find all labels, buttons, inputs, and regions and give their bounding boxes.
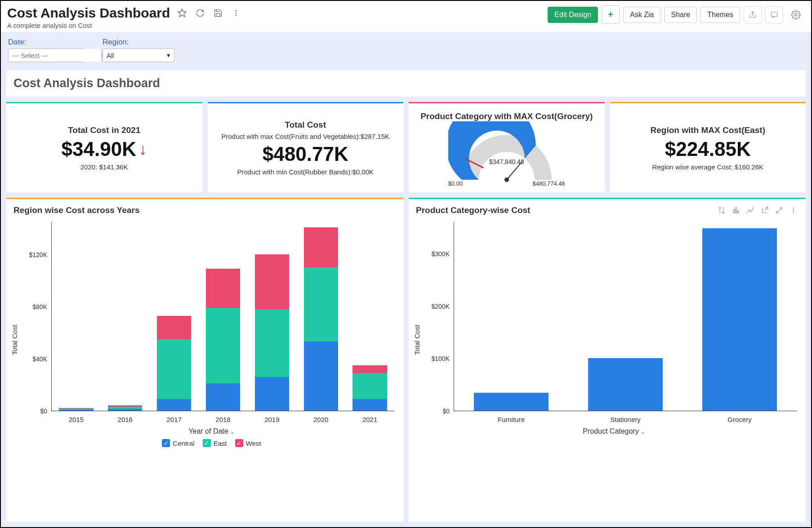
- kpi-max-category[interactable]: Product Category with MAX Cost(Grocery) …: [409, 102, 605, 192]
- kpi-sub: Region wise average Cost: $160.26K: [652, 163, 763, 171]
- chart-type-icon[interactable]: [731, 205, 741, 215]
- kpi-max-region[interactable]: Region with MAX Cost(East) $224.85K Regi…: [610, 102, 806, 192]
- save-icon[interactable]: [212, 7, 224, 19]
- bar[interactable]: [702, 228, 776, 411]
- edit-design-button[interactable]: Edit Design: [548, 7, 598, 23]
- kpi-value: $34.90K: [62, 138, 136, 160]
- chevron-down-icon[interactable]: ⌄: [230, 429, 235, 435]
- region-filter-label: Region:: [103, 38, 174, 47]
- trend-down-icon: ↓: [139, 140, 147, 159]
- x-axis-label: Year of Date⌄: [29, 427, 394, 435]
- y-axis-label: Total Cost: [413, 325, 421, 355]
- gauge-min: $0.00: [448, 180, 463, 187]
- settings-icon[interactable]: [787, 6, 805, 23]
- sort-icon[interactable]: [717, 205, 727, 215]
- legend-item-east[interactable]: ✓East: [203, 439, 227, 447]
- bar-segment[interactable]: [352, 365, 387, 373]
- refresh-icon[interactable]: [194, 7, 206, 19]
- svg-point-18: [793, 212, 794, 213]
- bar-segment[interactable]: [255, 254, 289, 309]
- svg-rect-13: [733, 210, 735, 213]
- bar-segment[interactable]: [255, 309, 289, 377]
- gauge-value: $347,840.48: [448, 158, 565, 165]
- kpi-title: Total Cost: [285, 120, 326, 130]
- kpi-title: Product Category with MAX Cost(Grocery): [420, 111, 593, 121]
- date-input[interactable]: [9, 49, 101, 62]
- x-tick-label: Grocery: [683, 416, 797, 423]
- kpi-value: $224.85K: [665, 138, 751, 160]
- region-select-value: All: [107, 52, 114, 59]
- legend-item-west[interactable]: ✓West: [235, 439, 261, 447]
- x-tick-label: Stationery: [568, 416, 683, 423]
- gauge-chart: $347,840.48 $0.00 $480,774.46: [448, 121, 565, 184]
- svg-point-12: [504, 177, 509, 182]
- chart-title: Product Category-wise Cost: [416, 205, 530, 215]
- kpi-total-cost-2021[interactable]: Total Cost in 2021 $34.90K ↓ 2020: $141.…: [6, 102, 202, 192]
- bar[interactable]: [474, 393, 548, 411]
- svg-point-2: [236, 13, 237, 14]
- page-title: Cost Analysis Dashboard: [7, 5, 170, 21]
- bar-segment[interactable]: [59, 410, 93, 411]
- comments-icon[interactable]: [765, 6, 783, 23]
- bar-segment[interactable]: [304, 227, 338, 268]
- x-axis-label: Product Category⌄: [431, 427, 797, 435]
- analyze-icon[interactable]: [745, 205, 755, 215]
- header-bar: Cost Analysis Dashboard A complete analy…: [1, 1, 811, 32]
- add-button[interactable]: +: [602, 5, 620, 24]
- bar-segment[interactable]: [352, 399, 387, 411]
- bar-segment[interactable]: [157, 316, 191, 339]
- section-title: Cost Analysis Dashboard: [6, 70, 806, 97]
- x-tick-label: 2019: [247, 416, 296, 423]
- x-tick-label: 2015: [52, 416, 101, 423]
- themes-button[interactable]: Themes: [700, 7, 740, 23]
- bar-segment[interactable]: [206, 383, 240, 411]
- kpi-title: Total Cost in 2021: [68, 125, 140, 135]
- x-tick-label: 2021: [345, 416, 394, 423]
- bar-segment[interactable]: [157, 399, 191, 411]
- page-subtitle: A complete analysis on Cost: [7, 22, 242, 29]
- more-icon[interactable]: [230, 7, 242, 19]
- filter-bar: Date: Region: All ▾: [1, 32, 811, 70]
- kpi-pre: Product with max Cost(Fruits and Vegetab…: [221, 133, 389, 140]
- chevron-down-icon[interactable]: ⌄: [641, 429, 645, 435]
- x-tick-label: 2017: [150, 416, 199, 423]
- kpi-total-cost[interactable]: Total Cost Product with max Cost(Fruits …: [208, 102, 404, 192]
- region-select[interactable]: All ▾: [103, 49, 174, 62]
- kpi-row: Total Cost in 2021 $34.90K ↓ 2020: $141.…: [6, 102, 806, 192]
- svg-point-5: [794, 13, 797, 16]
- svg-marker-0: [178, 9, 186, 17]
- x-tick-label: 2016: [101, 416, 150, 423]
- chart-region-years[interactable]: Region wise Cost across Years Total Cost…: [6, 198, 403, 522]
- svg-rect-14: [736, 208, 737, 213]
- bar[interactable]: [588, 358, 662, 411]
- chart-category-cost[interactable]: Product Category-wise Cost Total Cost $0…: [409, 198, 806, 522]
- gauge-max: $480,774.46: [532, 180, 565, 187]
- star-icon[interactable]: [176, 7, 188, 19]
- x-tick-label: 2018: [199, 416, 248, 423]
- export-icon[interactable]: [744, 6, 762, 23]
- bar-segment[interactable]: [157, 339, 191, 399]
- open-icon[interactable]: [760, 205, 770, 215]
- svg-point-3: [236, 15, 237, 16]
- bar-segment[interactable]: [206, 308, 240, 383]
- x-tick-label: 2020: [296, 416, 345, 423]
- kpi-value: $480.77K: [263, 143, 348, 165]
- svg-point-1: [236, 10, 237, 11]
- x-tick-label: Furniture: [454, 416, 568, 423]
- chevron-down-icon: ▾: [167, 51, 170, 59]
- bar-segment[interactable]: [255, 377, 289, 411]
- bar-segment[interactable]: [108, 409, 142, 411]
- date-filter-label: Date:: [8, 38, 85, 47]
- bar-segment[interactable]: [304, 267, 338, 342]
- expand-icon[interactable]: [774, 205, 784, 215]
- bar-segment[interactable]: [206, 269, 240, 308]
- bar-segment[interactable]: [304, 342, 338, 411]
- bar-segment[interactable]: [352, 373, 387, 399]
- date-picker[interactable]: [8, 49, 85, 62]
- more-icon[interactable]: [789, 205, 799, 215]
- ask-zia-button[interactable]: Ask Zia: [623, 7, 660, 23]
- share-button[interactable]: Share: [665, 7, 697, 23]
- svg-rect-15: [737, 211, 739, 213]
- svg-point-17: [793, 210, 794, 211]
- legend-item-central[interactable]: ✓Central: [162, 439, 194, 447]
